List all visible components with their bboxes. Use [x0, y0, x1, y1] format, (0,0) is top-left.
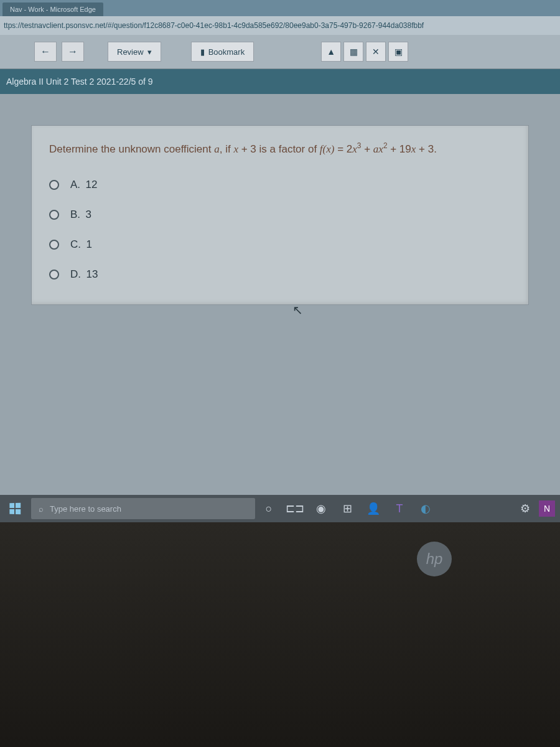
option-value: 12 [86, 179, 98, 190]
edge2-button[interactable]: ◐ [413, 495, 438, 522]
forward-button[interactable]: → [62, 42, 84, 62]
store-icon: ⊞ [343, 502, 352, 515]
hp-logo-text: hp [426, 550, 443, 568]
cortana-button[interactable]: ○ [256, 495, 281, 522]
teams-button[interactable]: T [387, 495, 412, 522]
option-value: 1 [86, 238, 92, 250]
option-letter: A. [70, 179, 80, 190]
pointer-tool-button[interactable]: ▲ [321, 42, 341, 62]
people-icon: 👤 [366, 502, 380, 515]
windows-taskbar: ⌕ Type here to search ○ ⊏⊐ ◉ ⊞ 👤 T ◐ ⚙ N [0, 495, 560, 522]
option-value: 3 [86, 209, 91, 220]
option-value: 13 [86, 268, 98, 280]
onenote-button[interactable]: N [539, 500, 555, 517]
option-letter: D. [70, 268, 81, 280]
browser-tab-bar: Nav - Work - Microsoft Edge [0, 0, 560, 16]
breadcrumb: Algebra II Unit 2 Test 2 2021-22 / 5 of … [0, 69, 560, 94]
question-card: Determine the unknown coefficient a, if … [31, 125, 529, 305]
hp-logo: hp [417, 542, 452, 576]
taskview-button[interactable]: ⊏⊐ [282, 495, 307, 522]
radio-d[interactable] [49, 270, 59, 280]
tab-title: Nav - Work - Microsoft Edge [10, 6, 96, 13]
app-toolbar: ← → Review ▾ ▮ Bookmark ▲ ▦ ✕ ▣ [0, 35, 560, 69]
test-name: Algebra II Unit 2 Test 2 2021-22 [6, 77, 129, 87]
url-bar[interactable]: ttps://testnavclient.psonsvc.net/#/quest… [0, 16, 560, 35]
url-text: ttps://testnavclient.psonsvc.net/#/quest… [4, 21, 424, 30]
option-d[interactable]: D. 13 [49, 260, 511, 289]
option-letter: B. [70, 209, 80, 220]
bookmark-icon: ▮ [200, 47, 205, 57]
content-area: Determine the unknown coefficient a, if … [0, 94, 560, 501]
cortana-icon: ○ [266, 502, 273, 515]
edge-icon: ◉ [316, 502, 326, 515]
pointer-icon: ▲ [327, 47, 335, 57]
question-progress: 5 of 9 [131, 77, 153, 87]
onenote-icon: N [544, 504, 550, 514]
close-tool-button[interactable]: ✕ [366, 42, 386, 62]
grid-tool-button[interactable]: ▦ [343, 42, 363, 62]
search-placeholder: Type here to search [50, 504, 121, 514]
browser-tab[interactable]: Nav - Work - Microsoft Edge [2, 2, 103, 16]
close-icon: ✕ [372, 47, 380, 57]
taskbar-search[interactable]: ⌕ Type here to search [31, 498, 255, 519]
note-tool-button[interactable]: ▣ [388, 42, 408, 62]
windows-logo-icon [9, 503, 21, 515]
back-button[interactable]: ← [34, 42, 57, 62]
grid-icon: ▦ [350, 47, 358, 57]
radio-c[interactable] [49, 240, 59, 250]
start-button[interactable] [0, 495, 30, 522]
radio-b[interactable] [49, 210, 59, 220]
store-button[interactable]: ⊞ [335, 495, 360, 522]
review-label: Review [117, 47, 144, 57]
gear-icon: ⚙ [520, 502, 530, 515]
taskview-icon: ⊏⊐ [286, 502, 304, 515]
option-letter: C. [70, 238, 81, 250]
option-c[interactable]: C. 1 [49, 230, 511, 260]
review-button[interactable]: Review ▾ [108, 42, 161, 62]
search-icon: ⌕ [39, 504, 44, 514]
bookmark-label: Bookmark [208, 47, 245, 57]
chevron-down-icon: ▾ [147, 47, 152, 57]
note-icon: ▣ [394, 47, 403, 57]
option-b[interactable]: B. 3 [49, 200, 511, 230]
arrow-left-icon: ← [40, 46, 50, 57]
question-text: Determine the unknown coefficient a, if … [49, 141, 511, 156]
arrow-right-icon: → [68, 46, 78, 57]
people-button[interactable]: 👤 [361, 495, 386, 522]
option-a[interactable]: A. 12 [49, 170, 511, 200]
edge-button[interactable]: ◉ [309, 495, 334, 522]
teams-icon: T [396, 502, 403, 515]
bookmark-button[interactable]: ▮ Bookmark [191, 42, 254, 62]
radio-a[interactable] [49, 180, 59, 190]
edge2-icon: ◐ [421, 502, 431, 515]
settings-button[interactable]: ⚙ [513, 495, 538, 522]
